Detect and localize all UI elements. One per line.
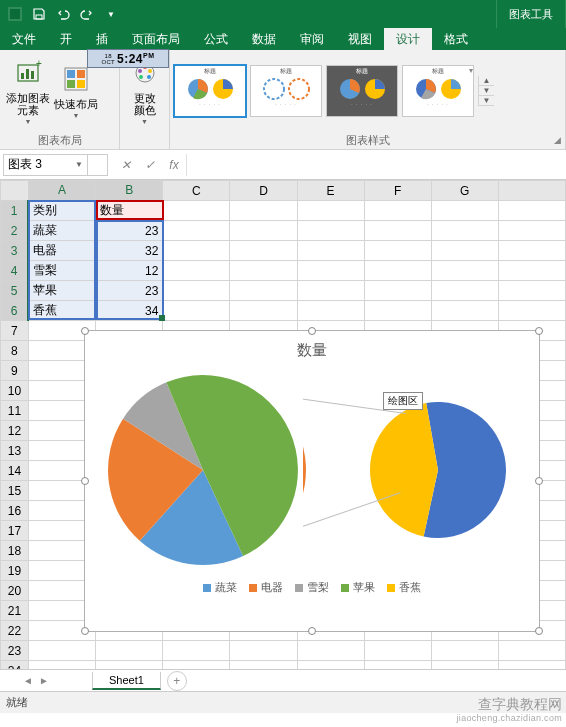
row-header[interactable]: 20 (1, 581, 29, 601)
tab-file[interactable]: 文件 (0, 28, 48, 50)
cell[interactable] (297, 241, 364, 261)
row-header[interactable]: 22 (1, 621, 29, 641)
tab-design[interactable]: 设计 (384, 28, 432, 50)
cell[interactable] (364, 281, 431, 301)
cell[interactable] (163, 301, 230, 321)
col-header[interactable]: D (230, 181, 297, 201)
sheet-tab[interactable]: Sheet1 (92, 672, 161, 690)
cell[interactable]: 34 (96, 301, 163, 321)
chart-plot-area[interactable]: 绘图区 (85, 360, 539, 580)
select-all-corner[interactable] (1, 181, 29, 201)
save-icon[interactable] (28, 3, 50, 25)
cell[interactable] (28, 661, 95, 670)
excel-menu-icon[interactable] (4, 3, 26, 25)
cell[interactable] (431, 641, 498, 661)
quick-layout-button[interactable]: 快速布局 ▼ (52, 62, 100, 119)
name-box-dropdown-icon[interactable]: ▼ (75, 160, 83, 169)
cell[interactable]: 电器 (28, 241, 95, 261)
name-box[interactable]: 图表 3▼ (3, 154, 88, 176)
cell[interactable]: 23 (96, 281, 163, 301)
cell[interactable] (230, 201, 297, 221)
redo-icon[interactable] (76, 3, 98, 25)
cell[interactable]: 雪梨 (28, 261, 95, 281)
cell[interactable] (297, 281, 364, 301)
tab-review[interactable]: 审阅 (288, 28, 336, 50)
row-header[interactable]: 4 (1, 261, 29, 281)
undo-icon[interactable] (52, 3, 74, 25)
cell[interactable]: 12 (96, 261, 163, 281)
cell[interactable]: 23 (96, 221, 163, 241)
tab-home[interactable]: 开 (48, 28, 84, 50)
row-header[interactable]: 1 (1, 201, 29, 221)
cancel-formula-icon[interactable]: ✕ (114, 154, 138, 176)
gallery-scroll-up[interactable]: ▲ (479, 76, 494, 86)
cell[interactable]: 32 (96, 241, 163, 261)
cell[interactable] (230, 241, 297, 261)
sheet-nav-prev[interactable]: ◄ (20, 675, 36, 686)
cell[interactable] (230, 641, 297, 661)
row-header[interactable]: 24 (1, 661, 29, 670)
row-header[interactable]: 5 (1, 281, 29, 301)
row-header[interactable]: 16 (1, 501, 29, 521)
cell[interactable] (96, 641, 163, 661)
tab-formula[interactable]: 公式 (192, 28, 240, 50)
cell[interactable] (431, 261, 498, 281)
cell[interactable]: 蔬菜 (28, 221, 95, 241)
cell[interactable] (230, 661, 297, 670)
tab-layout[interactable]: 页面布局 (120, 28, 192, 50)
cell[interactable] (297, 641, 364, 661)
name-box-expand[interactable] (88, 154, 108, 176)
row-header[interactable]: 9 (1, 361, 29, 381)
cell[interactable] (297, 201, 364, 221)
cell[interactable] (297, 221, 364, 241)
cell[interactable] (431, 281, 498, 301)
qat-dropdown-icon[interactable]: ▼ (100, 3, 122, 25)
tab-insert[interactable]: 插 (84, 28, 120, 50)
fx-icon[interactable]: fx (162, 154, 186, 176)
cell[interactable] (364, 301, 431, 321)
cell[interactable] (230, 281, 297, 301)
col-header[interactable]: G (431, 181, 498, 201)
col-header[interactable]: B (96, 181, 163, 201)
col-header[interactable]: E (297, 181, 364, 201)
cell[interactable] (297, 301, 364, 321)
cell[interactable] (163, 201, 230, 221)
cell[interactable] (364, 661, 431, 670)
chart-style-3[interactable]: 标题 · · · · · (326, 65, 398, 117)
chart-style-1[interactable]: 标题 · · · · · (174, 65, 246, 117)
row-header[interactable]: 18 (1, 541, 29, 561)
gallery-scroll-down[interactable]: ▼ (479, 86, 494, 96)
row-header[interactable]: 2 (1, 221, 29, 241)
cell[interactable] (163, 281, 230, 301)
cell[interactable] (230, 221, 297, 241)
row-header[interactable]: 10 (1, 381, 29, 401)
cell[interactable] (163, 661, 230, 670)
cell[interactable] (364, 261, 431, 281)
row-header[interactable]: 23 (1, 641, 29, 661)
cell[interactable] (431, 221, 498, 241)
row-header[interactable]: 19 (1, 561, 29, 581)
row-header[interactable]: 15 (1, 481, 29, 501)
cell[interactable] (28, 641, 95, 661)
formula-input[interactable] (186, 154, 563, 176)
group-launcher-icon[interactable]: ◢ (551, 135, 563, 147)
enter-formula-icon[interactable]: ✓ (138, 154, 162, 176)
cell[interactable] (230, 301, 297, 321)
row-header[interactable]: 3 (1, 241, 29, 261)
cell[interactable] (96, 661, 163, 670)
cell[interactable] (230, 261, 297, 281)
cell[interactable] (297, 261, 364, 281)
cell[interactable] (364, 241, 431, 261)
cell[interactable] (431, 661, 498, 670)
worksheet-area[interactable]: A B C D E F G 1类别数量2蔬菜233电器324雪梨125苹果236… (0, 180, 566, 669)
cell[interactable] (364, 201, 431, 221)
row-header[interactable]: 12 (1, 421, 29, 441)
pie-secondary[interactable] (363, 395, 513, 545)
cell[interactable] (163, 221, 230, 241)
cell[interactable]: 数量 (96, 201, 163, 221)
row-header[interactable]: 13 (1, 441, 29, 461)
embedded-chart[interactable]: 数量 (84, 330, 540, 632)
chart-style-4[interactable]: 标题 · · · · · ▾ (402, 65, 474, 117)
row-header[interactable]: 17 (1, 521, 29, 541)
row-header[interactable]: 11 (1, 401, 29, 421)
